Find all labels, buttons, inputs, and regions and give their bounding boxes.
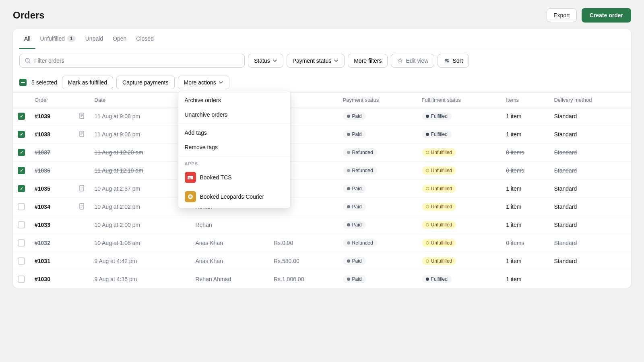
fulfillment-status-badge: Unfulfilled — [422, 203, 456, 211]
order-number[interactable]: #1037 — [35, 149, 50, 156]
payment-status-badge: Refunded — [343, 148, 377, 156]
order-date: 10 Aug at 2:02 pm — [90, 198, 191, 216]
archive-orders-item[interactable]: Archive orders — [178, 93, 290, 107]
order-number[interactable]: #1036 — [35, 167, 50, 174]
row-checkbox[interactable] — [18, 167, 25, 174]
order-items: 1 item — [501, 180, 549, 198]
row-checkbox[interactable] — [18, 185, 25, 192]
fulfillment-status-badge: Fulfilled — [422, 275, 452, 283]
fulfillment-status-badge: Fulfilled — [422, 130, 452, 138]
row-checkbox[interactable] — [18, 203, 25, 210]
order-items: 1 item — [501, 216, 549, 234]
order-date: 9 Aug at 4:42 pm — [90, 252, 191, 270]
order-number[interactable]: #1035 — [35, 185, 50, 192]
order-number[interactable]: #1039 — [35, 113, 50, 119]
page-title: Orders — [13, 10, 45, 21]
select-all-checkbox[interactable] — [19, 79, 27, 86]
row-checkbox[interactable] — [18, 113, 25, 120]
table-row: #103611 Aug at 12:19 amRehanRefundedUnfu… — [13, 162, 631, 180]
payment-status-badge: Paid — [343, 112, 366, 120]
unfulfilled-badge: 1 — [67, 35, 76, 42]
document-icon — [78, 204, 85, 211]
booked-tcs-item[interactable]: Booked TCS — [178, 168, 290, 187]
add-tags-item[interactable]: Add tags — [178, 125, 290, 140]
status-filter-button[interactable]: Status — [248, 54, 283, 68]
order-date: 11 Aug at 9:06 pm — [90, 125, 191, 144]
search-input[interactable] — [34, 58, 239, 64]
header-actions: Export Create order — [547, 8, 631, 23]
table-row: #10319 Aug at 4:42 pmAnas KhanRs.580.00P… — [13, 252, 631, 270]
order-number[interactable]: #1030 — [35, 276, 50, 282]
order-date: 10 Aug at 2:37 pm — [90, 180, 191, 198]
payment-status-filter-button[interactable]: Payment status — [287, 54, 345, 68]
order-date: 9 Aug at 4:35 pm — [90, 270, 191, 288]
table-row: #103310 Aug at 2:00 pmRehanPaidUnfulfill… — [13, 216, 631, 234]
payment-status-badge: Refunded — [343, 239, 377, 247]
sort-icon — [444, 58, 450, 64]
more-actions-button[interactable]: More actions — [178, 76, 229, 89]
chevron-down-icon — [219, 80, 223, 85]
unarchive-orders-item[interactable]: Unarchive orders — [178, 107, 290, 122]
svg-rect-3 — [188, 176, 193, 177]
fulfillment-status-badge: Unfulfilled — [422, 167, 456, 175]
order-delivery: Standard — [549, 180, 631, 198]
col-fulfillment: Fulfillment status — [417, 93, 502, 107]
tab-unpaid[interactable]: Unpaid — [80, 29, 108, 49]
more-filters-button[interactable]: More filters — [348, 54, 388, 68]
booked-leopards-item[interactable]: Booked Leopards Courier — [178, 187, 290, 206]
order-items: 1 item — [501, 198, 549, 216]
selected-count: 5 selected — [30, 79, 59, 86]
fulfillment-status-badge: Unfulfilled — [422, 221, 456, 229]
remove-tags-item[interactable]: Remove tags — [178, 140, 290, 154]
capture-payments-button[interactable]: Capture payments — [116, 76, 174, 89]
order-number[interactable]: #1033 — [35, 222, 50, 228]
tab-all[interactable]: All — [19, 29, 35, 49]
order-number[interactable]: #1038 — [35, 131, 50, 138]
col-date: Date — [90, 93, 191, 107]
more-actions-container: More actions Archive orders Unarchive or… — [178, 76, 229, 89]
bulk-action-bar: 5 selected Mark as fulfilled Capture pay… — [13, 72, 631, 93]
table-row: #103510 Aug at 2:37 pmRehanPaidUnfulfill… — [13, 180, 631, 198]
row-checkbox[interactable] — [18, 257, 25, 265]
toolbar: Status Payment status More filters Edit … — [13, 49, 631, 72]
fulfillment-status-badge: Fulfilled — [422, 112, 452, 120]
more-actions-dropdown: Archive orders Unarchive orders Add tags… — [178, 91, 291, 208]
apps-section-label: APPS — [178, 158, 290, 168]
order-delivery: Standard — [549, 216, 631, 234]
edit-view-button[interactable]: Edit view — [391, 54, 434, 68]
fulfillment-status-badge: Unfulfilled — [422, 185, 456, 193]
order-date: 10 Aug at 2:00 pm — [90, 216, 191, 234]
export-button[interactable]: Export — [547, 8, 576, 22]
chevron-down-icon — [334, 58, 339, 63]
dropdown-divider-2 — [178, 156, 290, 156]
sort-button[interactable]: Sort — [438, 54, 469, 68]
tab-closed[interactable]: Closed — [131, 29, 159, 49]
order-total: Rs.0.00 — [269, 234, 338, 252]
tabs-bar: All Unfulfilled 1 Unpaid Open Closed — [13, 29, 631, 49]
col-delivery: Delivery method — [549, 93, 631, 107]
order-items: 0 items — [501, 144, 549, 162]
table-row: #10309 Aug at 4:35 pmRehan AhmadRs.1,000… — [13, 270, 631, 288]
mark-fulfilled-button[interactable]: Mark as fulfilled — [62, 76, 113, 89]
row-checkbox[interactable] — [18, 239, 25, 247]
tab-unfulfilled[interactable]: Unfulfilled 1 — [35, 29, 80, 49]
tab-open[interactable]: Open — [108, 29, 131, 49]
fulfillment-status-badge: Unfulfilled — [422, 148, 456, 156]
payment-status-badge: Refunded — [343, 167, 377, 175]
table-row: #103811 Aug at 9:06 pmRehanPaidFulfilled… — [13, 125, 631, 144]
search-icon — [25, 58, 31, 64]
order-items: 1 item — [501, 107, 549, 125]
payment-status-badge: Paid — [343, 185, 366, 193]
row-checkbox[interactable] — [18, 149, 25, 156]
create-order-button[interactable]: Create order — [582, 8, 631, 23]
order-number[interactable]: #1034 — [35, 204, 50, 210]
order-delivery: Standard — [549, 198, 631, 216]
order-number[interactable]: #1032 — [35, 240, 50, 246]
row-checkbox[interactable] — [18, 276, 25, 283]
row-checkbox[interactable] — [18, 221, 25, 228]
order-number[interactable]: #1031 — [35, 258, 50, 264]
document-icon — [78, 132, 85, 138]
order-delivery: Standard — [549, 162, 631, 180]
order-items: 0 items — [501, 234, 549, 252]
row-checkbox[interactable] — [18, 131, 25, 138]
